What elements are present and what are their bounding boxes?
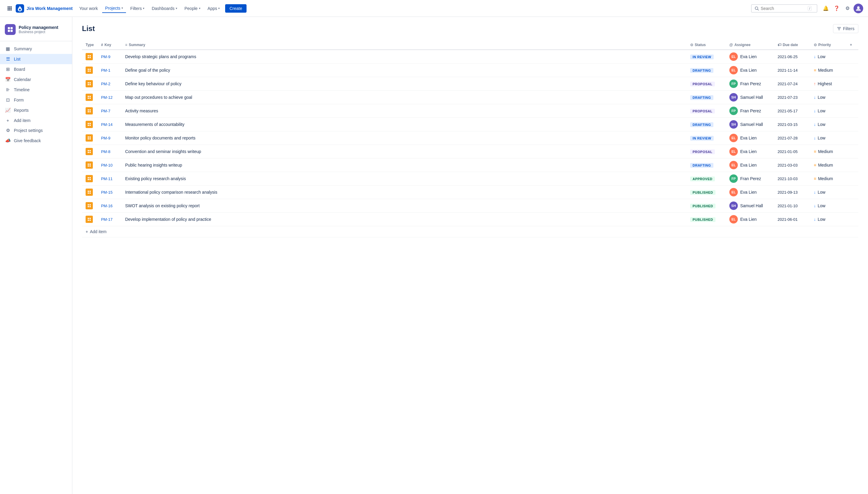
sidebar-item-reports[interactable]: 📈 Reports xyxy=(0,105,72,115)
cell-status-11[interactable]: PUBLISHED xyxy=(687,199,726,213)
cell-status-9[interactable]: APPROVED xyxy=(687,172,726,186)
issue-key-link-0[interactable]: PM-9 xyxy=(101,55,110,59)
cell-key-3[interactable]: PM-12 xyxy=(97,91,122,104)
type-icon-2 xyxy=(86,80,93,87)
table-row[interactable]: PM-15 International policy comparison re… xyxy=(82,186,858,199)
add-item-row[interactable]: + Add item xyxy=(82,226,858,238)
cell-key-2[interactable]: PM-2 xyxy=(97,77,122,91)
table-row[interactable]: PM-9 Develop strategic plans and program… xyxy=(82,50,858,63)
sidebar-project-header: Policy management Business project xyxy=(0,22,72,40)
issue-key-link-1[interactable]: PM-1 xyxy=(101,68,110,73)
type-icon-0 xyxy=(86,53,93,60)
cell-status-5[interactable]: DRAFTING xyxy=(687,118,726,131)
issue-key-link-8[interactable]: PM-10 xyxy=(101,163,112,168)
svg-rect-56 xyxy=(90,165,91,167)
cell-status-4[interactable]: PROPOSAL xyxy=(687,104,726,118)
cell-key-5[interactable]: PM-14 xyxy=(97,118,122,131)
issue-key-link-2[interactable]: PM-2 xyxy=(101,82,110,86)
table-row[interactable]: PM-7 Activity measures PROPOSAL FP Fran … xyxy=(82,104,858,118)
nav-dashboards[interactable]: Dashboards ▾ xyxy=(149,4,180,13)
cell-key-9[interactable]: PM-11 xyxy=(97,172,122,186)
cell-key-0[interactable]: PM-9 xyxy=(97,50,122,63)
help-button[interactable]: ❓ xyxy=(832,4,842,13)
apps-grid-icon[interactable] xyxy=(5,4,15,13)
issue-key-link-6[interactable]: PM-9 xyxy=(101,136,110,140)
table-row[interactable]: PM-9 Monitor policy documents and report… xyxy=(82,131,858,145)
table-row[interactable]: PM-14 Measurements of accountability DRA… xyxy=(82,118,858,131)
cell-key-7[interactable]: PM-8 xyxy=(97,145,122,158)
cell-summary-3: Map out procedures to achieve goal xyxy=(122,91,687,104)
nav-apps[interactable]: Apps ▾ xyxy=(205,4,223,13)
table-row[interactable]: PM-11 Existing policy research analysis … xyxy=(82,172,858,186)
nav-filters[interactable]: Filters ▾ xyxy=(127,4,147,13)
issue-key-link-11[interactable]: PM-16 xyxy=(101,204,112,208)
add-item-cell[interactable]: + Add item xyxy=(82,226,858,238)
cell-status-0[interactable]: IN REVIEW xyxy=(687,50,726,63)
sidebar-item-add-item[interactable]: + Add item xyxy=(0,115,72,125)
summary-text-10: International policy comparison research… xyxy=(125,190,217,195)
table-row[interactable]: PM-10 Public hearing insights writeup DR… xyxy=(82,158,858,172)
grid-menu-button[interactable] xyxy=(5,4,15,13)
table-row[interactable]: PM-12 Map out procedures to achieve goal… xyxy=(82,91,858,104)
notifications-button[interactable]: 🔔 xyxy=(821,4,831,13)
add-item-button[interactable]: + Add item xyxy=(86,229,855,234)
create-button[interactable]: Create xyxy=(225,4,246,13)
cell-key-8[interactable]: PM-10 xyxy=(97,158,122,172)
cell-priority-3: ↓ Low xyxy=(810,91,846,104)
assignee-name-3: Samuel Hall xyxy=(740,95,763,100)
cell-key-6[interactable]: PM-9 xyxy=(97,131,122,145)
sidebar-item-project-settings[interactable]: ⚙ Project settings xyxy=(0,125,72,136)
nav-projects[interactable]: Projects ▾ xyxy=(102,4,126,13)
issue-key-link-3[interactable]: PM-12 xyxy=(101,95,112,100)
sidebar-item-list[interactable]: ☰ List xyxy=(0,54,72,64)
issue-key-link-5[interactable]: PM-14 xyxy=(101,122,112,127)
table-row[interactable]: PM-2 Define key behaviour of policy PROP… xyxy=(82,77,858,91)
search-input[interactable] xyxy=(761,6,806,11)
svg-rect-27 xyxy=(88,71,89,72)
cell-status-7[interactable]: PROPOSAL xyxy=(687,145,726,158)
logo-link[interactable]: Jira Work Management xyxy=(16,4,73,13)
cell-status-10[interactable]: PUBLISHED xyxy=(687,186,726,199)
svg-rect-69 xyxy=(88,218,89,219)
sidebar-item-timeline[interactable]: ⊪ Timeline xyxy=(0,84,72,95)
assignee-name-5: Samuel Hall xyxy=(740,122,763,127)
svg-rect-52 xyxy=(90,152,91,153)
table-row[interactable]: PM-16 SWOT analysis on existing policy r… xyxy=(82,199,858,213)
sidebar-item-board[interactable]: ⊞ Board xyxy=(0,64,72,74)
issue-key-link-10[interactable]: PM-15 xyxy=(101,190,112,195)
search-box[interactable]: / xyxy=(751,4,817,13)
user-avatar-button[interactable] xyxy=(853,4,863,13)
table-row[interactable]: PM-1 Define goal of the policy DRAFTING … xyxy=(82,63,858,77)
assignee-avatar-11: SH xyxy=(730,202,738,210)
cell-status-8[interactable]: DRAFTING xyxy=(687,158,726,172)
col-header-add[interactable]: + xyxy=(846,40,858,50)
table-row[interactable]: PM-8 Convention and seminar insights wri… xyxy=(82,145,858,158)
sidebar-item-form[interactable]: ⊡ Form xyxy=(0,95,72,105)
filters-button[interactable]: Filters xyxy=(833,24,858,33)
table-row[interactable]: PM-17 Develop implementation of policy a… xyxy=(82,213,858,226)
cell-status-6[interactable]: IN REVIEW xyxy=(687,131,726,145)
issue-key-link-4[interactable]: PM-7 xyxy=(101,109,110,113)
sidebar-item-label: Board xyxy=(14,67,25,72)
nav-people[interactable]: People ▾ xyxy=(181,4,203,13)
issue-key-link-12[interactable]: PM-17 xyxy=(101,217,112,222)
sidebar-item-give-feedback[interactable]: 📣 Give feedback xyxy=(0,136,72,146)
svg-rect-40 xyxy=(90,111,91,112)
status-badge-5: DRAFTING xyxy=(690,122,714,127)
sidebar-item-calendar[interactable]: 📅 Calendar xyxy=(0,74,72,84)
cell-key-11[interactable]: PM-16 xyxy=(97,199,122,213)
col-header-priority: ⊙ Priority xyxy=(810,40,846,50)
cell-key-4[interactable]: PM-7 xyxy=(97,104,122,118)
cell-key-1[interactable]: PM-1 xyxy=(97,63,122,77)
issue-key-link-9[interactable]: PM-11 xyxy=(101,176,112,181)
cell-key-12[interactable]: PM-17 xyxy=(97,213,122,226)
issue-key-link-7[interactable]: PM-8 xyxy=(101,149,110,154)
cell-status-1[interactable]: DRAFTING xyxy=(687,63,726,77)
sidebar-item-summary[interactable]: ▦ Summary xyxy=(0,44,72,54)
cell-key-10[interactable]: PM-15 xyxy=(97,186,122,199)
settings-button[interactable]: ⚙ xyxy=(843,4,852,13)
cell-status-12[interactable]: PUBLISHED xyxy=(687,213,726,226)
nav-your-work[interactable]: Your work xyxy=(76,4,101,13)
cell-status-3[interactable]: DRAFTING xyxy=(687,91,726,104)
cell-status-2[interactable]: PROPOSAL xyxy=(687,77,726,91)
